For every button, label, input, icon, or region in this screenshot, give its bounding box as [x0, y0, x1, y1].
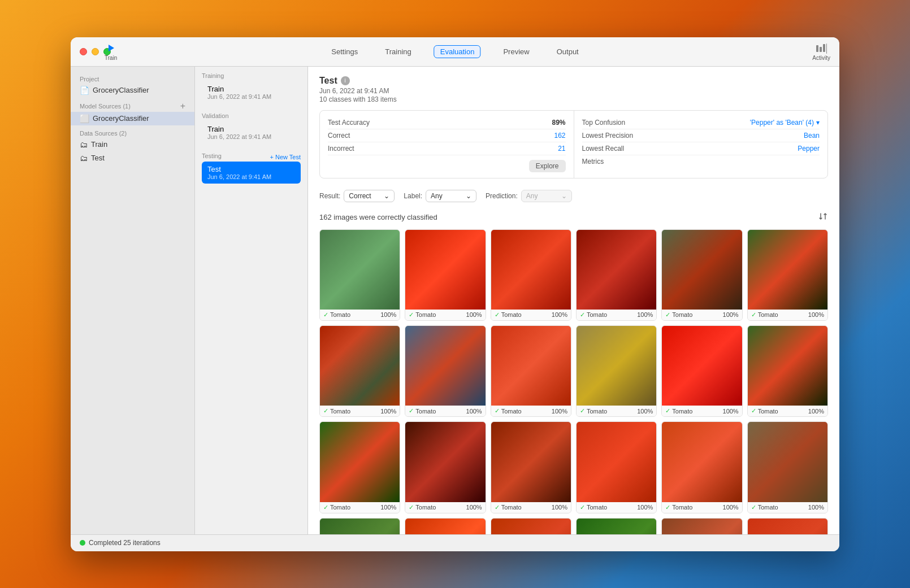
image-label-left: ✓ Tomato — [409, 504, 436, 511]
image-label: Tomato — [501, 408, 522, 415]
test-header: Test i Jun 6, 2022 at 9:41 AM 10 classes… — [319, 76, 828, 103]
sidebar-data-test[interactable]: 🗂 Test — [71, 151, 194, 165]
image-card[interactable]: ✓ Tomato 100% — [405, 518, 486, 534]
image-card[interactable]: ✓ Tomato 100% — [661, 421, 742, 513]
test-item-title: Test — [207, 165, 295, 173]
image-pct: 100% — [723, 504, 739, 511]
train-button[interactable]: Train — [105, 42, 117, 61]
nav-output[interactable]: Output — [552, 45, 583, 58]
model-sources-header: Model Sources (1) + — [71, 97, 194, 112]
prediction-filter-select[interactable]: Any ⌄ — [521, 190, 572, 202]
image-pct: 100% — [466, 408, 482, 415]
validation-item-subtitle: Jun 6, 2022 at 9:41 AM — [207, 133, 295, 140]
image-card[interactable]: ✓ Tomato 100% — [661, 518, 742, 534]
new-test-button[interactable]: + New Test — [270, 154, 301, 160]
image-card[interactable]: ✓ Tomato 100% — [491, 229, 571, 321]
top-confusion-row: Top Confusion 'Pepper' as 'Bean' (4) ▾ — [582, 116, 820, 129]
image-grid: ✓ Tomato 100% ✓ Tomato 100% ✓ To — [319, 229, 828, 534]
image-card[interactable]: ✓ Tomato 100% — [405, 325, 486, 417]
training-train-item[interactable]: Train Jun 6, 2022 at 9:41 AM — [202, 81, 301, 103]
svg-rect-3 — [823, 44, 825, 52]
image-card[interactable]: ✓ Tomato 100% — [576, 421, 657, 513]
result-filter-label: Result: — [319, 192, 340, 200]
sidebar-data-train[interactable]: 🗂 Train — [71, 138, 194, 151]
project-label: Project — [71, 73, 194, 84]
image-label-row: ✓ Tomato 100% — [577, 406, 656, 416]
image-thumbnail — [491, 519, 571, 534]
result-filter-group: Result: Correct ⌄ — [319, 190, 395, 202]
check-icon: ✓ — [751, 504, 756, 511]
image-label-left: ✓ Tomato — [751, 311, 778, 319]
label-filter-select[interactable]: Any ⌄ — [426, 190, 476, 202]
nav-training[interactable]: Training — [380, 45, 415, 58]
data-source-train: Train — [91, 140, 107, 149]
image-label: Tomato — [758, 311, 778, 318]
image-card[interactable]: ✓ Tomato 100% — [319, 229, 400, 321]
image-label-row: ✓ Tomato 100% — [320, 406, 400, 416]
image-card[interactable]: ✓ Tomato 100% — [576, 518, 657, 534]
check-icon: ✓ — [323, 504, 328, 511]
image-thumbnail — [577, 519, 656, 534]
stats-right: Top Confusion 'Pepper' as 'Bean' (4) ▾ L… — [574, 111, 828, 178]
test-item-active[interactable]: Test Jun 6, 2022 at 9:41 AM — [202, 162, 301, 184]
training-item-subtitle: Jun 6, 2022 at 9:41 AM — [207, 93, 295, 100]
image-card[interactable]: ✓ Tomato 100% — [491, 325, 571, 417]
image-card[interactable]: ✓ Tomato 100% — [747, 421, 828, 513]
stats-left: Test Accuracy 89% Correct 162 Incorrect … — [320, 111, 574, 178]
image-label-left: ✓ Tomato — [751, 504, 778, 511]
image-label-row: ✓ Tomato 100% — [662, 310, 742, 320]
image-card[interactable]: ✓ Tomato 100% — [491, 518, 571, 534]
nav-settings[interactable]: Settings — [327, 45, 362, 58]
chevron-down-icon: ▾ — [816, 119, 820, 127]
sort-button[interactable] — [818, 211, 828, 224]
image-card[interactable]: ✓ Tomato 100% — [747, 229, 828, 321]
image-card[interactable]: ✓ Tomato 100% — [576, 229, 657, 321]
image-thumbnail — [748, 230, 827, 310]
database-icon: 🗂 — [80, 140, 88, 149]
image-label-row: ✓ Tomato 100% — [748, 406, 827, 416]
activity-button[interactable]: Activity — [812, 42, 830, 61]
image-card[interactable]: ✓ Tomato 100% — [405, 229, 486, 321]
sidebar-model-source[interactable]: ⬜ GroceryClassifier — [71, 112, 194, 125]
validation-train-item[interactable]: Train Jun 6, 2022 at 9:41 AM — [202, 121, 301, 143]
image-card[interactable]: ✓ Tomato 100% — [747, 518, 828, 534]
image-card[interactable]: ✓ Tomato 100% — [747, 325, 828, 417]
result-filter-select[interactable]: Correct ⌄ — [344, 190, 395, 202]
lowest-recall-label: Lowest Recall — [582, 145, 625, 153]
check-icon: ✓ — [751, 311, 756, 319]
result-filter-value: Correct — [349, 192, 371, 200]
prediction-filter-label: Prediction: — [486, 192, 518, 200]
image-card[interactable]: ✓ Tomato 100% — [319, 325, 400, 417]
accuracy-row: Test Accuracy 89% — [328, 116, 566, 129]
stats-area: Test Accuracy 89% Correct 162 Incorrect … — [319, 110, 828, 178]
image-label-row: ✓ Tomato 100% — [577, 502, 656, 513]
image-thumbnail — [320, 422, 400, 502]
image-label-row: ✓ Tomato 100% — [405, 406, 485, 416]
image-pct: 100% — [380, 311, 396, 318]
image-label-row: ✓ Tomato 100% — [491, 502, 571, 513]
nav-evaluation[interactable]: Evaluation — [434, 45, 481, 58]
image-card[interactable]: ✓ Tomato 100% — [576, 325, 657, 417]
image-card[interactable]: ✓ Tomato 100% — [319, 518, 400, 534]
image-label: Tomato — [672, 408, 692, 415]
info-icon[interactable]: i — [341, 76, 350, 85]
titlebar: Train Settings Training Evaluation Previ… — [71, 37, 839, 67]
explore-button[interactable]: Explore — [529, 160, 566, 172]
image-card[interactable]: ✓ Tomato 100% — [491, 421, 571, 513]
image-card[interactable]: ✓ Tomato 100% — [661, 229, 742, 321]
check-icon: ✓ — [665, 407, 670, 415]
image-card[interactable]: ✓ Tomato 100% — [661, 325, 742, 417]
image-card[interactable]: ✓ Tomato 100% — [319, 421, 400, 513]
image-thumbnail — [405, 230, 485, 310]
image-thumbnail — [405, 422, 485, 502]
close-button[interactable] — [80, 48, 87, 55]
nav-preview[interactable]: Preview — [499, 45, 534, 58]
add-model-source-button[interactable]: + — [180, 102, 185, 111]
check-icon: ✓ — [323, 311, 328, 319]
image-card[interactable]: ✓ Tomato 100% — [405, 421, 486, 513]
minimize-button[interactable] — [92, 48, 99, 55]
image-label-row: ✓ Tomato 100% — [405, 310, 485, 320]
image-thumbnail — [662, 326, 742, 406]
accuracy-value: 89% — [552, 119, 565, 127]
sidebar-project-item[interactable]: 📄 GroceryClassifier — [71, 84, 194, 97]
